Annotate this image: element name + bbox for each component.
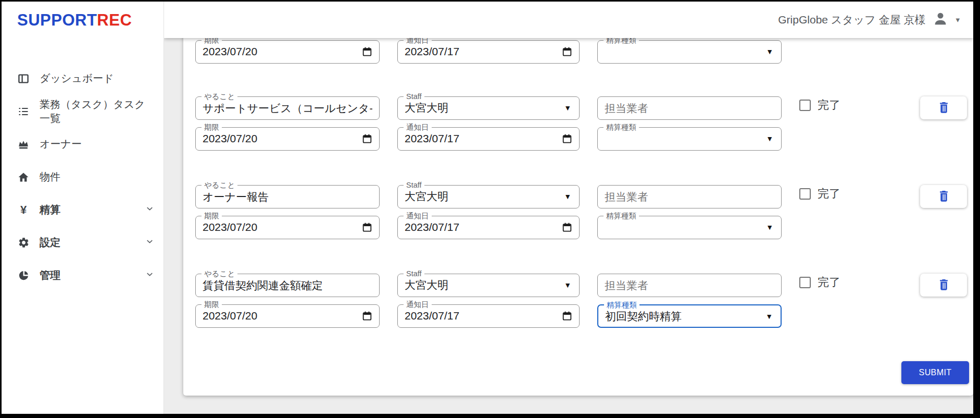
select-arrow-icon: ▼ <box>564 97 571 119</box>
sidebar-item-label: 管理 <box>40 268 60 282</box>
done-checkbox[interactable] <box>799 277 811 288</box>
sidebar-item-settings[interactable]: 設定 <box>2 226 164 259</box>
settle-type-select[interactable]: 精算種類 ▼ <box>597 216 782 239</box>
calendar-icon[interactable] <box>361 222 373 235</box>
deadline-label: 期限 <box>202 212 222 220</box>
settle-type-select-focused[interactable]: 精算種類 初回契約時精算 ▼ <box>597 304 782 328</box>
vendor-input[interactable] <box>598 97 781 119</box>
deadline-value: 2023/07/20 <box>196 216 379 238</box>
trash-icon <box>937 189 951 204</box>
user-name-text: GripGlobe スタッフ 金屋 京様 <box>778 13 925 27</box>
crown-icon <box>17 138 30 151</box>
task-label: やること <box>202 92 237 101</box>
select-arrow-icon: ▼ <box>766 128 773 150</box>
sidebar-item-settlement[interactable]: ¥ 精算 <box>2 193 164 226</box>
vendor-input-field[interactable] <box>597 274 782 297</box>
deadline-date-field[interactable]: 期限 2023/07/20 <box>195 127 380 151</box>
gear-icon <box>17 237 30 249</box>
select-arrow-icon: ▼ <box>766 41 773 63</box>
sidebar-item-admin[interactable]: 管理 <box>2 259 164 292</box>
calendar-icon[interactable] <box>561 222 573 235</box>
yen-icon: ¥ <box>17 204 30 216</box>
notify-date-field[interactable]: 通知日 2023/07/17 <box>397 304 580 328</box>
deadline-date-field[interactable]: 期限 2023/07/20 <box>195 216 380 239</box>
select-arrow-icon: ▼ <box>765 305 773 328</box>
person-icon[interactable] <box>932 10 949 29</box>
deadline-label: 期限 <box>202 300 222 309</box>
staff-label: Staff <box>404 92 424 101</box>
calendar-icon[interactable] <box>361 46 373 59</box>
done-label: 完了 <box>818 276 840 289</box>
deadline-date-field[interactable]: 期限 2023/07/20 <box>195 304 380 328</box>
sidebar-item-property[interactable]: 物件 <box>2 161 164 193</box>
delete-row-button[interactable] <box>920 274 967 297</box>
caret-down-icon[interactable]: ▾ <box>956 15 960 24</box>
done-label: 完了 <box>818 188 840 200</box>
notify-label: 通知日 <box>404 123 432 131</box>
notify-label: 通知日 <box>404 212 432 220</box>
calendar-icon[interactable] <box>361 133 373 146</box>
pie-chart-icon <box>17 269 30 282</box>
home-icon <box>17 171 30 183</box>
vendor-input-field[interactable] <box>597 96 782 120</box>
task-input-field[interactable]: やること <box>195 96 380 120</box>
deadline-value: 2023/07/20 <box>196 128 379 149</box>
delete-row-button[interactable] <box>920 96 967 119</box>
vendor-input-field[interactable] <box>597 185 782 208</box>
staff-value: 大宮大明 <box>398 97 579 118</box>
done-label: 完了 <box>818 99 840 112</box>
trash-icon <box>937 277 951 293</box>
deadline-date-field[interactable]: 期限 2023/07/20 <box>195 40 380 64</box>
task-input-field[interactable]: やること <box>195 185 380 208</box>
settle-type-select[interactable]: 精算種類 ▼ <box>597 40 782 64</box>
vendor-input[interactable] <box>598 186 781 208</box>
sidebar-item-dashboard[interactable]: ダッシュボード <box>2 62 164 95</box>
task-label: やること <box>202 181 237 189</box>
logo-accent-text: REC <box>97 11 132 29</box>
settle-type-select[interactable]: 精算種類 ▼ <box>597 127 782 151</box>
done-checkbox[interactable] <box>799 100 811 111</box>
trash-icon <box>937 100 951 116</box>
staff-select[interactable]: Staff 大宮大明 ▼ <box>397 274 580 297</box>
sidebar-item-label: ダッシュボード <box>40 71 114 85</box>
sidebar-nav: ダッシュボード 業務（タスク）タスク一覧 オーナー 物件 <box>2 62 164 292</box>
select-arrow-icon: ▼ <box>564 274 571 297</box>
staff-label: Staff <box>404 269 424 278</box>
delete-row-button[interactable] <box>920 185 967 208</box>
notify-date-field[interactable]: 通知日 2023/07/17 <box>397 216 580 239</box>
sidebar-item-owner[interactable]: オーナー <box>2 128 164 161</box>
notify-date-field[interactable]: 通知日 2023/07/17 <box>397 127 580 151</box>
submit-button[interactable]: SUBMIT <box>901 361 969 384</box>
sidebar-item-label: 設定 <box>40 236 60 250</box>
vendor-input[interactable] <box>598 274 781 297</box>
top-header: GripGlobe スタッフ 金屋 京様 ▾ <box>164 2 973 38</box>
task-label: やること <box>202 269 237 278</box>
sidebar-item-label: 業務（タスク）タスク一覧 <box>40 97 154 126</box>
select-arrow-icon: ▼ <box>564 186 571 208</box>
sidebar: SUPPORTREC ダッシュボード 業務（タスク）タスク一覧 オーナー <box>2 2 164 414</box>
app-logo: SUPPORTREC <box>17 11 132 30</box>
done-checkbox[interactable] <box>799 188 811 200</box>
chevron-down-icon <box>145 204 154 216</box>
staff-select[interactable]: Staff 大宮大明 ▼ <box>397 96 580 120</box>
main-content: 期限 2023/07/20 通知日 2023/07/17 精算種類 ▼ <box>164 2 973 414</box>
settle-type-label: 精算種類 <box>604 123 639 131</box>
dashboard-icon <box>17 72 30 85</box>
deadline-value: 2023/07/20 <box>196 305 379 326</box>
calendar-icon[interactable] <box>361 310 373 324</box>
deadline-value: 2023/07/20 <box>196 41 379 62</box>
staff-label: Staff <box>404 181 424 189</box>
calendar-icon[interactable] <box>561 46 573 59</box>
staff-value: 大宮大明 <box>398 186 579 207</box>
select-arrow-icon: ▼ <box>766 216 773 239</box>
staff-select[interactable]: Staff 大宮大明 ▼ <box>397 185 580 208</box>
task-input-field[interactable]: やること <box>195 274 380 297</box>
sidebar-item-label: オーナー <box>40 137 82 151</box>
sidebar-item-label: 物件 <box>40 170 60 184</box>
sidebar-item-task-list[interactable]: 業務（タスク）タスク一覧 <box>2 95 164 128</box>
calendar-icon[interactable] <box>561 133 573 146</box>
calendar-icon[interactable] <box>561 310 573 324</box>
notify-date-field[interactable]: 通知日 2023/07/17 <box>397 40 580 64</box>
deadline-label: 期限 <box>202 123 222 131</box>
staff-value: 大宮大明 <box>398 274 579 296</box>
